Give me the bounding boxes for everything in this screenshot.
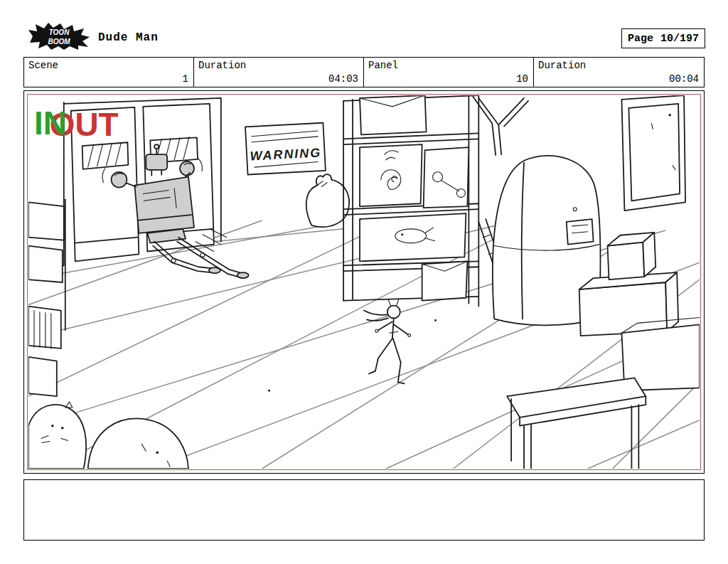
ninja-character [364, 299, 411, 384]
sack [306, 174, 349, 227]
in-label: IN [34, 106, 67, 142]
table [507, 378, 646, 469]
meta-cell-panel-duration: Duration 00:04 [534, 58, 704, 87]
panel-label: Panel [368, 60, 398, 71]
panel-meta-table: Scene 1 Duration 04:03 Panel 10 Duration… [23, 57, 705, 87]
meta-cell-scene-duration: Duration 04:03 [194, 58, 364, 87]
page-indicator: Page 10/197 [621, 28, 705, 48]
storyboard-drawing: WARNING [28, 95, 700, 469]
storyboard-panel: WARNING [23, 90, 705, 474]
meta-cell-panel: Panel 10 [364, 58, 534, 87]
scene-value: 1 [183, 73, 188, 85]
page-value: 10/197 [660, 33, 699, 45]
caption-box [23, 479, 705, 541]
scene-duration-value: 04:03 [328, 73, 358, 85]
meta-cell-scene: Scene 1 [24, 58, 194, 87]
logo-text-line1: TOON [49, 28, 70, 36]
speckles [268, 319, 437, 392]
panel-value: 10 [516, 73, 528, 85]
panel-duration-label: Duration [538, 60, 586, 71]
foreground-shapes [28, 402, 188, 469]
project-title: Dude Man [98, 31, 159, 44]
storyboard-page: TOON BOOM Dude Man Page 10/197 Scene 1 D… [0, 0, 728, 564]
toonboom-logo: TOON BOOM [28, 23, 90, 50]
page-label: Page [628, 33, 653, 45]
logo-text-line2: BOOM [48, 38, 70, 46]
scene-duration-label: Duration [198, 60, 246, 71]
warning-sign: WARNING [245, 123, 326, 175]
scene-label: Scene [28, 60, 58, 71]
inout-labels: OUT IN [34, 106, 119, 144]
panel-duration-value: 00:04 [669, 73, 699, 85]
window [621, 95, 685, 211]
